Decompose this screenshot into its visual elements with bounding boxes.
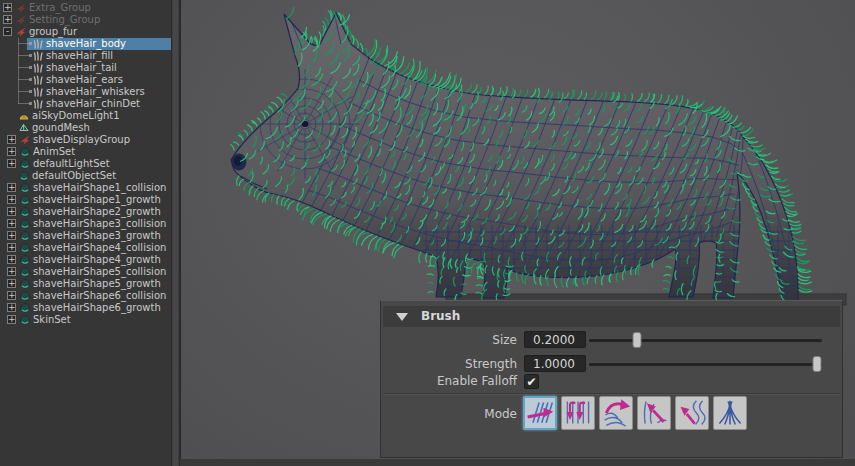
outliner-item-label: group_fur: [29, 26, 77, 38]
strength-slider-handle[interactable]: [813, 356, 822, 372]
tree-connector: [18, 103, 30, 104]
outliner-item-defaultObjectSet[interactable]: defaultObjectSet: [0, 170, 171, 182]
outliner-item-label: shaveHairShape1_growth: [33, 194, 161, 206]
expand-toggle[interactable]: +: [7, 195, 16, 204]
hair-icon: [33, 75, 43, 85]
outliner-item-group_fur[interactable]: -group_fur: [0, 26, 171, 38]
brush-panel-header[interactable]: Brush: [383, 306, 840, 327]
outliner-item-aiSkyDomeLight1[interactable]: aiSkyDomeLight1: [0, 110, 171, 122]
group-icon: [16, 15, 26, 25]
hair-icon: [33, 99, 43, 109]
outliner-item-shaveHairShape3_growth[interactable]: +shaveHairShape3_growth: [0, 230, 171, 242]
set-icon: [20, 279, 30, 289]
outliner-item-label: shaveHairShape6_collision: [33, 290, 166, 302]
tree-connector: [18, 55, 30, 56]
collapse-triangle-icon[interactable]: [396, 313, 408, 321]
outliner-item-shaveHair_whiskers[interactable]: shaveHair_whiskers: [0, 86, 171, 98]
outliner-item-shaveHairShape6_collision[interactable]: +shaveHairShape6_collision: [0, 290, 171, 302]
group-icon: [16, 3, 26, 13]
outliner-item-SkinSet[interactable]: +SkinSet: [0, 314, 171, 326]
brush-mode-comb-button[interactable]: [523, 396, 557, 430]
expand-toggle[interactable]: +: [7, 147, 16, 156]
outliner-item-label: shaveHair_fill: [46, 50, 113, 62]
expand-toggle[interactable]: +: [7, 267, 16, 276]
outliner-item-shaveHairShape5_growth[interactable]: +shaveHairShape5_growth: [0, 278, 171, 290]
outliner-item-goundMesh[interactable]: goundMesh: [0, 122, 171, 134]
outliner-item-label: shaveHairShape5_growth: [33, 278, 161, 290]
outliner-item-defaultLightSet[interactable]: +defaultLightSet: [0, 158, 171, 170]
set-icon: [20, 195, 30, 205]
expand-toggle[interactable]: +: [3, 15, 12, 24]
expand-toggle[interactable]: +: [7, 255, 16, 264]
strength-field[interactable]: 1.0000: [524, 355, 586, 372]
set-icon: [20, 315, 30, 325]
outliner-item-shaveHairShape2_growth[interactable]: +shaveHairShape2_growth: [0, 206, 171, 218]
brush-mode-clump-button[interactable]: [713, 396, 747, 430]
brush-mode-wave-button[interactable]: [675, 396, 709, 430]
expand-toggle[interactable]: +: [7, 303, 16, 312]
outliner-item-shaveHair_chinDet[interactable]: shaveHair_chinDet: [0, 98, 171, 110]
viewport-bottom-edge: [180, 459, 855, 466]
mode-label: Mode: [381, 405, 517, 423]
outliner-item-label: shaveHairShape2_growth: [33, 206, 161, 218]
brush-mode-puff-button[interactable]: [637, 396, 671, 430]
outliner-item-label: Setting_Group: [29, 14, 100, 26]
outliner-item-label: aiSkyDomeLight1: [32, 110, 120, 122]
outliner-item-label: shaveHairShape6_growth: [33, 302, 161, 314]
strength-label: Strength: [381, 355, 517, 373]
outliner-item-shaveHairShape4_growth[interactable]: +shaveHairShape4_growth: [0, 254, 171, 266]
outliner-scrollbar[interactable]: [171, 0, 180, 466]
outliner-item-shaveHairShape4_collision[interactable]: +shaveHairShape4_collision: [0, 242, 171, 254]
outliner-item-shaveHair_fill[interactable]: shaveHair_fill: [0, 50, 171, 62]
tree-connector: [18, 79, 30, 80]
outliner-item-shaveHairShape1_collision[interactable]: +shaveHairShape1_collision: [0, 182, 171, 194]
outliner-item-shaveHair_body[interactable]: shaveHair_body: [0, 38, 171, 50]
expand-toggle[interactable]: +: [7, 279, 16, 288]
enable-falloff-checkbox[interactable]: ✔: [524, 374, 539, 389]
expand-toggle[interactable]: +: [7, 291, 16, 300]
hair-icon: [33, 51, 43, 61]
outliner-item-label: shaveHair_whiskers: [46, 86, 145, 98]
expand-toggle[interactable]: +: [3, 3, 12, 12]
size-slider-handle[interactable]: [633, 332, 642, 348]
outliner-item-label: shaveHairShape5_collision: [33, 266, 166, 278]
set-icon: [20, 183, 30, 193]
outliner-item-shaveHairShape6_growth[interactable]: +shaveHairShape6_growth: [0, 302, 171, 314]
expand-toggle[interactable]: +: [7, 315, 16, 324]
outliner-item-shaveHair_tail[interactable]: shaveHair_tail: [0, 62, 171, 74]
size-slider-track[interactable]: [589, 339, 822, 342]
size-slider[interactable]: [589, 332, 822, 348]
expand-toggle[interactable]: +: [7, 219, 16, 228]
outliner-item-label: defaultLightSet: [33, 158, 110, 170]
outliner-item-label: shaveHair_chinDet: [46, 98, 140, 110]
expand-toggle[interactable]: +: [7, 207, 16, 216]
brush-mode-scale-button[interactable]: [561, 396, 595, 430]
strength-slider-track[interactable]: [589, 363, 822, 366]
hair-icon: [33, 39, 43, 49]
scrollbar-thumb[interactable]: [173, 0, 178, 466]
expand-toggle[interactable]: +: [7, 159, 16, 168]
hair-icon: [33, 63, 43, 73]
outliner-item-label: shaveHairShape3_collision: [33, 218, 166, 230]
outliner-item-Extra_Group[interactable]: +Extra_Group: [0, 2, 171, 14]
expand-toggle[interactable]: +: [7, 231, 16, 240]
set-icon: [20, 219, 30, 229]
strength-slider[interactable]: [589, 356, 822, 372]
outliner-item-shaveHairShape1_growth[interactable]: +shaveHairShape1_growth: [0, 194, 171, 206]
outliner-item-Setting_Group[interactable]: +Setting_Group: [0, 14, 171, 26]
set-icon: [20, 147, 30, 157]
expand-toggle[interactable]: -: [3, 27, 12, 36]
outliner-item-shaveDisplayGroup[interactable]: +shaveDisplayGroup: [0, 134, 171, 146]
expand-toggle[interactable]: +: [7, 183, 16, 192]
brush-mode-curl-button[interactable]: [599, 396, 633, 430]
outliner-item-AnimSet[interactable]: +AnimSet: [0, 146, 171, 158]
outliner-item-label: shaveHairShape3_growth: [33, 230, 161, 242]
outliner-item-shaveHairShape3_collision[interactable]: +shaveHairShape3_collision: [0, 218, 171, 230]
group-icon: [20, 135, 30, 145]
outliner-item-shaveHairShape5_collision[interactable]: +shaveHairShape5_collision: [0, 266, 171, 278]
outliner-item-shaveHair_ears[interactable]: shaveHair_ears: [0, 74, 171, 86]
expand-toggle[interactable]: +: [7, 135, 16, 144]
expand-toggle[interactable]: +: [7, 243, 16, 252]
outliner-item-label: shaveHairShape4_collision: [33, 242, 166, 254]
size-field[interactable]: 0.2000: [524, 331, 586, 348]
